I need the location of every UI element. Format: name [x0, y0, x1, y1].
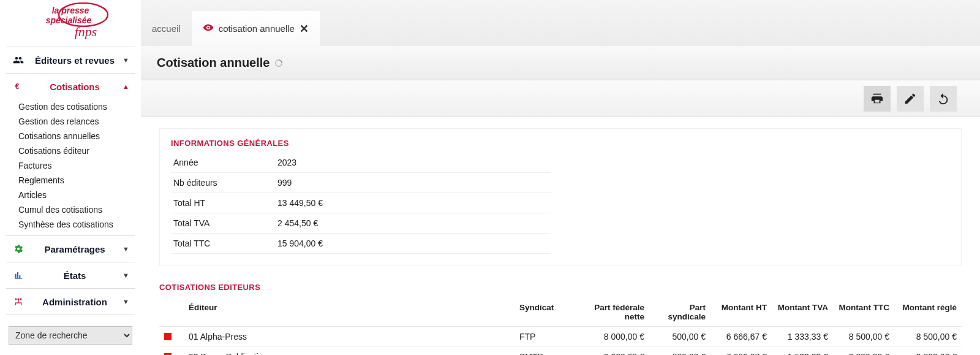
nav-administration[interactable]: Administration ▼ — [6, 289, 135, 315]
sidebar: la presse spécialisée fnps Éditeurs et r… — [0, 0, 141, 355]
nav-sub-item[interactable]: Reglements — [6, 173, 135, 188]
edit-button[interactable] — [897, 86, 924, 112]
nav-sub-item[interactable]: Gestion des cotisations — [6, 99, 135, 114]
editeurs-table: Éditeur Syndicat Part fédérale nette Par… — [159, 297, 962, 355]
nav-sub-item[interactable]: Factures — [6, 158, 135, 173]
nav-sub-item[interactable]: Articles — [6, 188, 135, 202]
logo-text-1: la presse — [52, 6, 89, 15]
nav-editeurs-revues[interactable]: Éditeurs et revues ▼ — [6, 47, 135, 73]
loading-icon — [273, 58, 284, 69]
section-heading-info: INFORMATIONS GÉNÉRALES — [171, 139, 950, 148]
undo-button[interactable] — [930, 86, 957, 112]
nav-sub-item[interactable]: Cumul des cotisations — [6, 202, 135, 217]
nav-sub-item[interactable]: Synthèse des cotisations — [6, 217, 135, 232]
info-table: Année2023 Nb éditeurs999 Total HT13 449,… — [171, 153, 551, 254]
table-row[interactable]: 01 Alpha-Press FTP 8 000,00 € 500,00 € 6… — [159, 327, 962, 347]
svg-rect-7 — [20, 299, 22, 300]
svg-rect-6 — [18, 299, 20, 300]
search-zone-select[interactable]: Zone de recherche — [9, 326, 132, 345]
page-title-row: Cotisation annuelle — [141, 46, 980, 80]
page-title: Cotisation annuelle — [157, 56, 270, 70]
svg-rect-8 — [18, 300, 18, 302]
svg-rect-10 — [15, 303, 16, 305]
close-icon[interactable]: ✕ — [300, 22, 309, 36]
eye-icon — [203, 22, 214, 35]
logo: la presse spécialisée fnps — [0, 0, 141, 47]
action-bar — [141, 80, 980, 117]
main: accueil cotisation annuelle ✕ Cotisation… — [141, 0, 980, 355]
tabbar: accueil cotisation annuelle ✕ — [141, 0, 980, 46]
section-heading-cot: COTISATIONS EDITEURS — [159, 283, 962, 292]
status-square-icon — [164, 333, 172, 340]
table-row[interactable]: 02 Bravo-Publications SMTP 9 200,00 € 60… — [159, 347, 962, 356]
tab-accueil[interactable]: accueil — [141, 11, 192, 46]
chevron-down-icon: ▼ — [123, 245, 131, 253]
svg-rect-5 — [15, 299, 17, 300]
chevron-down-icon: ▼ — [123, 298, 131, 305]
chevron-down-icon: ▼ — [123, 272, 131, 279]
nav-sub-item[interactable]: Cotisations annuelles — [6, 129, 135, 143]
chevron-down-icon: ▼ — [123, 56, 131, 64]
chevron-up-icon: ▲ — [123, 83, 131, 90]
nav-sub-item[interactable]: Gestion des relances — [6, 114, 135, 129]
nav-sub-item[interactable]: Cotisations éditeur — [6, 143, 135, 158]
svg-rect-9 — [15, 302, 22, 303]
svg-text:fnps: fnps — [75, 24, 97, 39]
tab-cotisation-annuelle[interactable]: cotisation annuelle ✕ — [192, 11, 320, 46]
svg-text:€: € — [15, 82, 20, 91]
print-button[interactable] — [864, 86, 891, 112]
svg-rect-11 — [21, 303, 21, 305]
nav-cotisations[interactable]: € Cotisations ▲ — [6, 74, 135, 99]
nav-parametrages[interactable]: Paramétrages ▼ — [6, 236, 135, 262]
nav-etats[interactable]: États ▼ — [6, 262, 135, 288]
